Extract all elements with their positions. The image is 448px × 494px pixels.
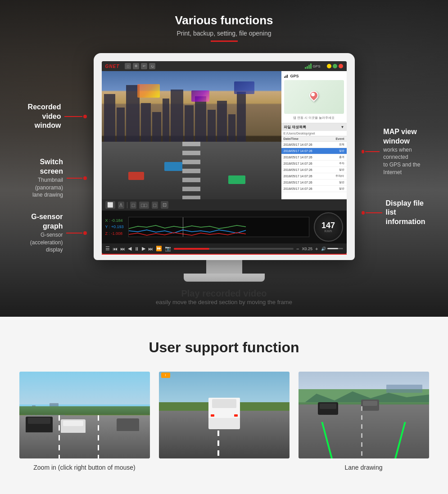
app-window: GNET □ ⚙ ↩ ⭮ [102,61,347,254]
ctrl-plus[interactable]: + [315,246,318,251]
btn-view-3[interactable]: □ [152,202,158,209]
top-section: Various functions Print, backup, setting… [0,0,448,317]
right-panel: GPS 앱 연동 시 이곳을 눌러주세요 [281,71,347,199]
win-btn-minimize[interactable] [327,64,331,68]
ctrl-skip-fwd[interactable]: ⏩ [156,246,162,251]
building-6 [163,99,169,148]
volume-area: 🔊 [321,247,343,251]
truck-cab-area [212,399,236,408]
gallery-item-3: Lane drawing [299,372,429,471]
warning-indicator: ! [161,373,170,378]
btn-view-2[interactable]: □□ [139,202,149,209]
file-path: E:/Users/Desktop/gnet [281,131,347,136]
win-btn-close[interactable] [339,64,343,68]
ctrl-next[interactable]: ⏭ [148,246,153,251]
file-row-1[interactable]: 2018/05/17 14:07:26 전체 [281,142,347,148]
ctrl-snapshot[interactable]: 📷 [165,246,171,251]
file-row-3-date: 2018/05/17 14:07:26 [284,156,320,159]
ctrl-minus[interactable]: − [296,246,299,251]
app-logo: GNET [105,64,120,69]
file-list-info-title: Display filelist information [386,199,434,227]
file-row-3[interactable]: 2018/05/17 14:07:26 충격 [281,154,347,161]
gsensor-desc: G-sensor(acceleration) display [15,231,63,254]
truck-body-main [208,398,240,418]
ctrl-prev[interactable]: ⏭ [120,246,125,251]
btn-fullscreen[interactable]: ⬜ [105,201,115,209]
sensor-y: Y : +0.193 [105,224,124,230]
gps-mini-bar-2 [285,76,286,78]
map-view-title: MAP view window [383,127,433,146]
file-table-header: Date/Time Event [281,136,347,142]
speed-unit: Km/h [325,229,332,233]
gps-connect-text: 앱 연동 시 이곳을 눌러주세요 [293,116,335,120]
gallery-image-1 [19,372,150,458]
billboard-2 [191,90,209,102]
file-row-4-date: 2018/05/17 14:07:26 [284,162,320,165]
highway-scene-3 [299,372,429,458]
red-line-filelist [366,212,382,213]
gallery-caption-1: Zoom in (click right button of mouse) [33,464,135,471]
street-road [102,142,281,199]
road-lines [182,142,200,199]
annotation-line-map: MAP view window works when connectedto G… [362,127,434,176]
titlebar-icon-3[interactable]: ↩ [141,63,147,69]
highway-scene-2: ! [159,372,290,458]
file-row-4[interactable]: 2018/05/17 14:07:26 주차 [281,161,347,167]
video-area [102,71,281,199]
file-row-8[interactable]: 2018/05/17 14:07:26 일반 [281,186,347,192]
red-dot-recorded [83,115,87,118]
various-functions-title: Various functions [0,13,448,27]
app-body: GPS 앱 연동 시 이곳을 눌러주세요 [102,71,347,199]
file-row-2-event: 일반 [320,149,344,153]
brake-light-left [211,414,214,417]
gps-mini-bar-3 [287,75,288,78]
win-btn-maximize[interactable] [333,64,337,68]
gps-bar-3 [308,65,310,69]
titlebar-icon-4[interactable]: ⭮ [149,63,155,69]
file-row-7-date: 2018/05/17 14:07:26 [284,181,320,184]
top-content: Various functions Print, backup, setting… [0,0,448,317]
file-row-2[interactable]: 2018/05/17 14:07:26 일반 [281,148,347,154]
annotation-line-filelist: Display filelist information [362,199,434,227]
gps-panel-title: GPS [284,74,299,78]
titlebar-icon-2[interactable]: ⚙ [133,63,139,69]
file-row-5-date: 2018/05/17 14:07:26 [284,168,320,171]
red-dot-map [362,150,364,153]
city-bg-3 [386,385,422,393]
file-row-5-event: 일반 [320,168,344,172]
ctrl-rewind[interactable]: ◀ [128,246,131,251]
warning-text: ! [165,374,166,377]
progress-bar[interactable] [174,248,294,250]
btn-split[interactable]: /\ [118,202,124,209]
volume-icon[interactable]: 🔊 [321,247,326,251]
monitor-screen: GNET □ ⚙ ↩ ⭮ [102,61,347,254]
file-row-7[interactable]: 2018/05/17 14:07:26 일반 [281,180,347,186]
car-gray-1 [117,418,139,431]
monitor-container: GNET □ ⚙ ↩ ⭮ [94,53,355,308]
titlebar-icon-1[interactable]: □ [125,63,131,69]
annotation-line-switch: Switch screen Thumbnail (panorama)lane d… [15,157,87,199]
btn-view-4[interactable]: ⊡ [161,201,168,209]
car-center [164,162,182,171]
file-list-header: 파일 재생목록 ▼ [281,123,347,131]
main-row: Recordedvideo window Switch screen Thumb… [0,49,448,317]
ctrl-menu[interactable]: ☰ [105,246,110,251]
gallery-item-1: Zoom in (click right button of mouse) [19,372,150,471]
annotation-switch-screen: Switch screen Thumbnail (panorama)lane d… [15,157,87,199]
vegetation-1 [19,406,150,415]
file-row-6-date: 2018/05/17 14:07:26 [284,175,320,178]
file-row-5[interactable]: 2018/05/17 14:07:26 일반 [281,167,347,173]
sensor-values: X : -0.184 Y : +0.193 Z : -1.008 [105,217,124,237]
view-controls: ⬜ /\ □ □□ □ ⊡ [102,199,347,211]
car-top-1 [28,418,50,424]
building-1 [104,94,115,148]
file-row-6[interactable]: 2018/05/17 14:07:26 주차(야 [281,173,347,180]
ctrl-skip-back[interactable]: ⏮ [113,246,118,251]
gallery-image-2: ! [159,372,290,458]
ctrl-play[interactable]: ⏸ [134,246,139,251]
gps-panel: GPS 앱 연동 시 이곳을 눌러주세요 [281,71,347,123]
red-dot-gsensor [83,231,86,235]
btn-view-1[interactable]: □ [130,202,137,209]
ctrl-forward[interactable]: ▶ [142,246,145,251]
volume-bar[interactable] [327,248,343,249]
